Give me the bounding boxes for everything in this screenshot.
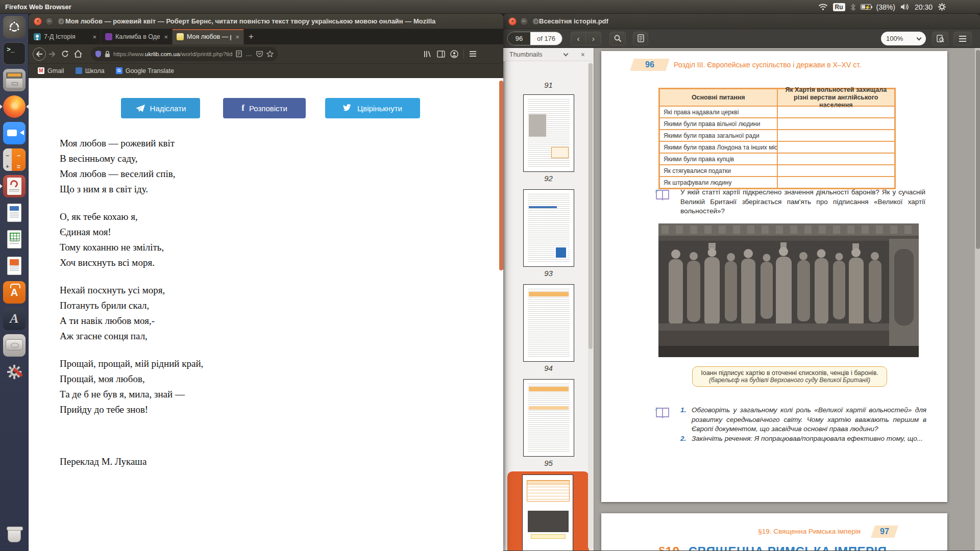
window-title: Моя любов — рожевий квіт — Роберт Бернс,… — [65, 14, 499, 29]
dock-item-files[interactable] — [3, 69, 26, 91]
tab-close-icon[interactable]: × — [163, 33, 169, 41]
back-button[interactable] — [33, 47, 46, 61]
dock-item-calculator[interactable]: −+−= — [3, 148, 26, 171]
pdf-titlebar[interactable]: × − ▢ Всесвітня історія.pdf — [503, 14, 980, 29]
lock-icon[interactable] — [105, 51, 110, 58]
close-button[interactable]: × — [34, 17, 42, 26]
bookmark-star-icon[interactable] — [266, 51, 274, 58]
search-button[interactable] — [609, 32, 626, 45]
thumbnail-selected[interactable]: 96 — [507, 471, 589, 550]
dock-item-zoom[interactable] — [3, 122, 26, 144]
thumbnail-label[interactable]: 91 — [503, 81, 594, 89]
table-cell-question: Як штрафували людину — [659, 177, 777, 188]
task-text: Обговоріть у загальному колі роль «Велик… — [692, 406, 926, 434]
dock-item-software[interactable]: A — [3, 281, 26, 304]
thumbnail-page-image[interactable] — [523, 94, 574, 172]
table-mark — [527, 480, 570, 502]
session-gear-icon[interactable] — [938, 3, 946, 11]
dock-item-localc[interactable] — [3, 228, 26, 251]
dock-item-pdf-viewer[interactable] — [3, 175, 26, 197]
account-icon[interactable] — [450, 50, 458, 58]
minimize-button[interactable]: − — [45, 17, 54, 26]
firefox-titlebar[interactable]: × − ▢ Моя любов — рожевий квіт — Роберт … — [29, 14, 503, 29]
minimize-button[interactable]: − — [520, 17, 528, 26]
table-row: Як штрафували людину — [659, 177, 895, 188]
zoom-level-dropdown[interactable]: 100% — [881, 32, 926, 45]
bluetooth-icon[interactable] — [850, 3, 855, 11]
keyboard-layout-indicator[interactable]: Ru — [833, 3, 845, 11]
task-item-1: 1.Обговоріть у загальному колі роль «Вел… — [680, 406, 926, 434]
previous-page-button[interactable]: ‹ — [571, 32, 586, 45]
active-app-title: Firefox Web Browser — [5, 3, 71, 11]
battery-icon[interactable]: ⚡ — [861, 4, 871, 10]
dock-item-trash[interactable] — [3, 524, 26, 546]
page-number-input[interactable]: 96 — [508, 32, 530, 45]
table-cell-answer-empty — [777, 141, 895, 153]
chevron-down-icon[interactable] — [563, 51, 568, 56]
home-button[interactable] — [71, 50, 85, 58]
tab-close-icon[interactable]: × — [91, 33, 97, 41]
poem-stanza-1: Моя любов — рожевий квітВ весінньому сад… — [60, 136, 203, 197]
dock-item-impress[interactable] — [3, 255, 26, 277]
close-sidebar-icon[interactable]: × — [581, 51, 585, 59]
forward-button[interactable] — [46, 51, 58, 57]
poem-line: Прийду до тебе знов! — [60, 402, 203, 417]
reader-view-icon[interactable] — [236, 51, 242, 57]
dock-item-ubuntu[interactable] — [3, 16, 26, 38]
sidebar-toggle-icon[interactable] — [437, 51, 445, 58]
orangehead-mark — [529, 387, 569, 391]
next-page-button[interactable]: › — [586, 32, 601, 45]
bookmark-translate[interactable]: GGoogle Translate — [116, 67, 174, 74]
sidebar-header[interactable]: Thumbnails × — [503, 48, 594, 61]
desktop: Firefox Web Browser Ru ⚡ (38%) 20:30 >_−… — [0, 0, 980, 551]
dock-item-disk[interactable] — [3, 334, 26, 357]
thumbnail-page-image[interactable] — [523, 189, 574, 267]
table-cell-answer-empty — [777, 165, 895, 177]
telegram-icon — [135, 104, 145, 113]
document-scrollbar[interactable] — [974, 48, 980, 550]
poem-line: Єдиная моя! — [60, 224, 203, 240]
share-button-facebook[interactable]: fРозповісти — [223, 98, 306, 118]
tab-1[interactable]: 7-Д Історія× — [30, 29, 101, 44]
share-button-twitter[interactable]: Цвірінькнути — [325, 98, 420, 118]
new-tab-button[interactable]: + — [244, 29, 258, 44]
close-button[interactable]: × — [508, 17, 517, 26]
thumbnail-page-image[interactable] — [523, 379, 574, 457]
menu-hamburger-icon[interactable] — [469, 51, 477, 57]
bookmark-gmail[interactable]: MGmail — [38, 67, 64, 74]
share-button-telegram[interactable]: Надіслати — [121, 98, 200, 118]
pocket-icon[interactable] — [256, 51, 263, 57]
zoom-icon — [3, 122, 26, 144]
url-text[interactable]: https://www.ukrlib.com.ua/world/printit.… — [113, 51, 233, 57]
volume-icon[interactable] — [900, 3, 910, 11]
bookmark-school[interactable]: Школа — [76, 67, 105, 74]
tab-3[interactable]: Моя любов — рожевий× — [173, 29, 244, 44]
tab-favicon — [34, 33, 41, 40]
dock-item-writer[interactable] — [3, 202, 26, 224]
maximize-button[interactable]: ▢ — [57, 17, 65, 26]
library-icon[interactable] — [424, 50, 432, 58]
twitter-icon — [343, 104, 353, 112]
page-number-control[interactable]: 96 of 176 — [507, 32, 562, 45]
document-properties-icon[interactable] — [932, 32, 948, 45]
thumbnail-text-lines — [528, 289, 570, 357]
annotations-button[interactable] — [633, 32, 648, 45]
menu-icon[interactable] — [953, 32, 972, 45]
tab-2[interactable]: Калимба в Одессе. Цен× — [101, 29, 173, 44]
clock[interactable]: 20:30 — [915, 3, 933, 11]
charter-table: Основні питанняЯк Хартія вольностей захи… — [658, 88, 896, 189]
dock-item-settings[interactable] — [3, 361, 26, 383]
page-actions-icon[interactable]: … — [246, 50, 253, 58]
wifi-icon[interactable] — [818, 3, 828, 11]
sidebar-scrollbar[interactable] — [588, 62, 593, 549]
tab-close-icon[interactable]: × — [234, 33, 240, 41]
page-scrollbar[interactable] — [499, 81, 503, 270]
shield-icon[interactable] — [95, 50, 102, 58]
bookmark-label: Gmail — [47, 67, 64, 74]
thumbnail-page-image[interactable] — [523, 284, 574, 362]
dock-item-terminal[interactable]: >_ — [3, 42, 26, 65]
reload-button[interactable] — [58, 50, 71, 58]
dock-item-appa[interactable]: A — [3, 308, 26, 330]
dock-item-firefox[interactable] — [3, 95, 26, 118]
url-bar[interactable]: https://www.ukrlib.com.ua/world/printit.… — [91, 47, 278, 61]
